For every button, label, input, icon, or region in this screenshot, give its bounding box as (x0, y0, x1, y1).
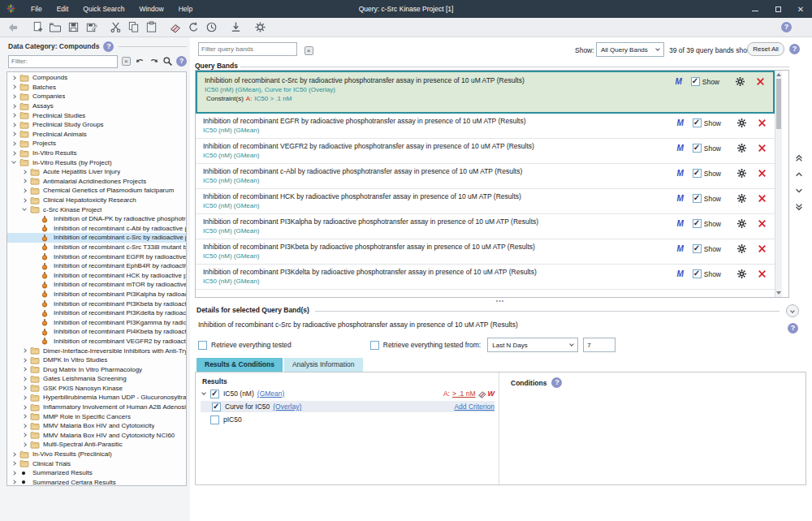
delete-band-icon[interactable] (758, 144, 767, 153)
expander-icon[interactable] (22, 179, 27, 183)
expander-icon[interactable] (11, 480, 16, 484)
tree-item[interactable]: Preclinical Study Groups (7, 120, 186, 130)
tab-analysis-information[interactable]: Analysis Information (284, 358, 363, 372)
tree-item[interactable]: Inhibition of recombinant c-Src by radio… (7, 233, 186, 243)
history-icon[interactable] (203, 19, 219, 35)
show-checkbox[interactable] (693, 194, 702, 203)
filter-help-icon[interactable]: ? (176, 56, 187, 67)
band-settings-gear-icon[interactable] (736, 218, 747, 229)
bands-scrollbar[interactable] (775, 71, 782, 297)
back-icon[interactable] (5, 19, 21, 35)
tree-item[interactable]: Inhibition of recombinant PI3Kalpha by r… (7, 290, 186, 299)
show-checkbox[interactable] (693, 169, 702, 178)
tree-item[interactable]: Inhibition of DNA-PK by radioactive phos… (7, 214, 186, 224)
expander-icon[interactable] (22, 377, 27, 381)
expander-icon[interactable] (22, 442, 27, 447)
delete-band-icon[interactable] (758, 244, 767, 253)
tree-item[interactable]: Multi-Spectral Anti-Parasitic (7, 440, 186, 450)
band-settings-gear-icon[interactable] (736, 118, 747, 128)
band-settings-gear-icon[interactable] (736, 193, 747, 204)
expander-icon[interactable] (11, 159, 16, 164)
query-band[interactable]: Inhibition of recombinant PI3Kdelta by r… (196, 265, 775, 290)
criterion-value-link[interactable]: > .1 nM (452, 390, 476, 398)
expander-icon[interactable] (22, 170, 27, 174)
tree-item[interactable]: Gates Leishmania Screening (7, 374, 186, 384)
expander-icon[interactable] (22, 424, 27, 428)
delete-band-icon[interactable] (758, 118, 767, 127)
expander-icon[interactable] (11, 452, 16, 457)
expander-icon[interactable] (22, 405, 27, 410)
tree-item[interactable]: Inhibition of recombinant EphB4R by radi… (7, 261, 186, 271)
delete-band-icon[interactable] (758, 219, 767, 228)
add-criterion-link[interactable]: Add Criterion (454, 403, 495, 411)
expander-icon[interactable] (22, 395, 27, 400)
tree-item[interactable]: Hyperbilirubinemia Human UDP - Glucurono… (7, 393, 186, 403)
move-down-icon[interactable] (793, 185, 805, 196)
tree-item[interactable]: Dimer-Interface-Irreversible Inhibitors … (7, 346, 186, 355)
expander-icon[interactable] (11, 132, 16, 137)
show-checkbox[interactable] (693, 118, 702, 127)
pic50-checkbox[interactable] (210, 416, 219, 424)
tree-item[interactable]: Inhibition of recombinant EGFR by radioa… (7, 252, 186, 261)
expander-icon[interactable] (11, 85, 16, 90)
search-icon[interactable] (162, 56, 173, 67)
tree-item[interactable]: Preclinical Animals (7, 130, 186, 140)
collapse-details-button[interactable] (786, 304, 799, 317)
expander-icon[interactable] (22, 367, 27, 372)
clear-filter-icon[interactable]: × (120, 56, 132, 67)
expander-icon[interactable] (22, 433, 27, 438)
result-row-pic50[interactable]: pIC50 (201, 414, 495, 425)
tree-item[interactable]: Acute Hepatitis Liver Injury (7, 167, 186, 177)
data-category-help-icon[interactable]: ? (103, 41, 114, 52)
tree-item[interactable]: Antimalarial Acridinediones Projects (7, 177, 186, 187)
expander-icon[interactable] (22, 206, 27, 211)
tree-item[interactable]: Inflammatory Involvement of Human A2B Ad… (7, 403, 186, 412)
tree-item[interactable]: Clinical Hepatotoxicity Research (7, 196, 186, 205)
tree-item[interactable]: Projects (7, 139, 186, 149)
tree-item[interactable]: Clinical Trials (7, 459, 186, 468)
tree-item[interactable]: Summarized Results (7, 468, 186, 478)
expander-icon[interactable] (11, 94, 16, 99)
retrieve-from-checkbox[interactable] (370, 341, 379, 350)
tree-item[interactable]: c-Src Kinase Project (7, 205, 186, 214)
band-settings-gear-icon[interactable] (736, 168, 747, 179)
delete-band-icon[interactable] (758, 169, 767, 178)
tree-item[interactable]: Inhibition of recombinant HCK by radioac… (7, 270, 186, 280)
tab-results-conditions[interactable]: Results & Conditions (197, 358, 283, 372)
show-checkbox[interactable] (693, 144, 702, 153)
band-settings-gear-icon[interactable] (736, 269, 747, 279)
delete-band-icon[interactable] (758, 269, 767, 278)
paste-icon[interactable] (143, 19, 159, 35)
expander-icon[interactable] (11, 151, 16, 156)
query-band[interactable]: Inhibition of recombinant VEGFR2 by radi… (196, 139, 775, 164)
undo-icon[interactable] (185, 19, 201, 35)
scroll-up-icon[interactable] (776, 73, 781, 76)
query-band[interactable]: Inhibition of recombinant c-Abl by radio… (196, 164, 775, 189)
query-band[interactable]: Inhibition of recombinant PI3Kalpha by r… (196, 214, 775, 239)
tree-item[interactable]: Chemical Genetics of Plasmodium falcipar… (7, 186, 186, 196)
expander-icon[interactable] (11, 141, 16, 146)
expander-icon[interactable] (11, 123, 16, 127)
open-folder-icon[interactable] (47, 19, 63, 35)
tree-item[interactable]: GSK PKIS Nanosyn Kinase (7, 384, 186, 394)
help-icon[interactable]: ? (781, 22, 792, 32)
tree-item[interactable]: Companies (7, 92, 186, 101)
menu-quick-search[interactable]: Quick Search (76, 0, 132, 18)
tree-item[interactable]: Summarized Certara Results (7, 478, 186, 486)
band-settings-gear-icon[interactable] (735, 76, 745, 87)
show-checkbox[interactable] (693, 219, 702, 228)
settings-icon[interactable] (252, 19, 268, 35)
tree-item[interactable]: In-Vivo Results (Preclinical) (7, 450, 186, 459)
retrieve-from-select[interactable]: Last N Days (487, 338, 578, 352)
tree-item[interactable]: Assays (7, 101, 186, 111)
query-band[interactable]: Inhibition of recombinant PI3Kbeta by ra… (196, 239, 775, 265)
query-bands-help-icon[interactable]: ? (789, 44, 800, 54)
move-up-icon[interactable] (793, 169, 805, 180)
band-settings-gear-icon[interactable] (736, 143, 747, 153)
reset-all-button[interactable]: Reset All (747, 42, 784, 56)
expander-icon[interactable] (11, 75, 16, 80)
cut-icon[interactable] (107, 19, 123, 35)
delete-band-icon[interactable] (758, 194, 767, 203)
ic50-checkbox[interactable] (210, 390, 219, 398)
show-bands-select[interactable]: All Query Bands (596, 42, 664, 57)
